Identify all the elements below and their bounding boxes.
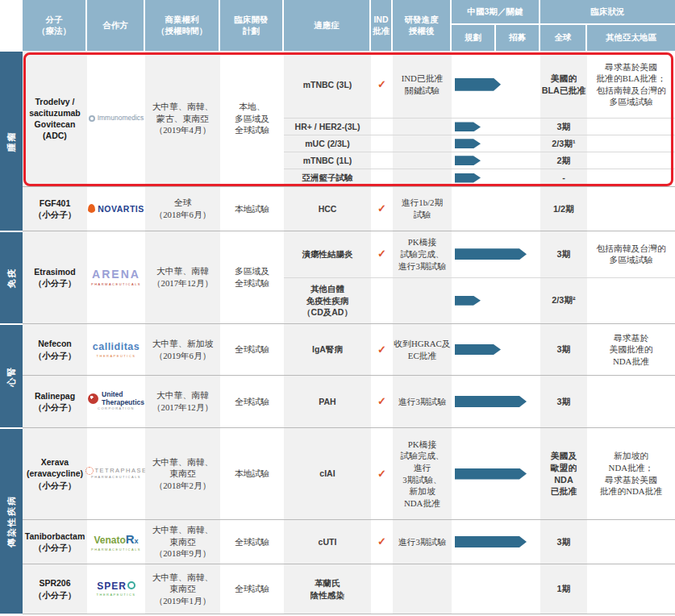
rights-cell: 大中華、南韓、 東南亞 （2018年2月） bbox=[145, 428, 220, 519]
check-icon: ✓ bbox=[377, 343, 386, 357]
drug-row: SPR206 （小分子）SPERTHERAPEUTICS大中華、南韓、 東南亞 … bbox=[23, 564, 675, 614]
plan-cell: 多區域及 全球試驗 bbox=[220, 231, 284, 323]
apac-cell bbox=[587, 169, 675, 186]
calliditas-logo: calliditasTHERAPEUTICS bbox=[93, 340, 140, 359]
indication-cell: mTNBC (3L) bbox=[284, 51, 371, 118]
header-subrow: 規劃招募 bbox=[452, 25, 540, 51]
category-label: 腫瘤 bbox=[6, 131, 18, 152]
table-body: 腫瘤Trodelvy / sacituzumab Govitecan (ADC)… bbox=[0, 51, 675, 614]
rights-cell: 大中華、南韓 （2017年12月） bbox=[145, 231, 220, 323]
apac-cell: 尋求基於 美國批准的 NDA批准 bbox=[587, 324, 675, 375]
global-cell: 美國及 歐盟的 NDA 已批准 bbox=[540, 428, 587, 519]
rights-cell: 大中華、南韓、 東南亞 （2018年9月） bbox=[145, 520, 220, 564]
plan-cell: 本地試驗 bbox=[220, 187, 284, 231]
partner-cell: NOVARTIS bbox=[87, 187, 145, 231]
molecule-cell: Nefecon （小分子） bbox=[23, 324, 87, 375]
arrow-cell bbox=[452, 51, 540, 118]
progress-arrow bbox=[455, 156, 481, 165]
partner-cell: SPERTHERAPEUTICS bbox=[87, 564, 145, 614]
subrow: 革蘭氏 陰性感染1期 bbox=[284, 564, 675, 614]
header-group-label: 中國3期／關鍵 bbox=[452, 0, 540, 25]
global-cell: - bbox=[540, 169, 587, 186]
apac-cell bbox=[587, 278, 675, 324]
category-section: 心腎Nefecon （小分子）calliditasTHERAPEUTICS大中華… bbox=[0, 324, 675, 428]
arena-logo: ARENAPHARMACEUTICALS bbox=[91, 267, 141, 287]
rights-cell: 大中華、南韓 （2017年12月） bbox=[145, 376, 220, 427]
category-cell: 心腎 bbox=[0, 325, 23, 427]
indication-cell: 潰瘍性結腸炎 bbox=[284, 231, 371, 277]
header-cell: 分子 （療法） bbox=[23, 0, 87, 51]
header-group: 臨床狀況全球其他亞太地區 bbox=[540, 0, 675, 51]
plan-cell: 全球試驗 bbox=[220, 564, 284, 614]
indication-cell: HCC bbox=[284, 187, 371, 231]
drug-row: FGF401 （小分子）NOVARTIS全球 （2018年6月）本地試驗HCC✓… bbox=[23, 187, 675, 231]
arrow-cell bbox=[452, 564, 540, 614]
indication-cell: mTNBC (1L) bbox=[284, 152, 371, 169]
plan-cell: 全球試驗 bbox=[220, 520, 284, 564]
molecule-cell: Taniborbactam （小分子） bbox=[23, 520, 87, 564]
table-header: 分子 （療法）合作方商業權利 （授權時間）臨床開發 計劃適應症IND 批准研發進… bbox=[0, 0, 675, 51]
subrow: HR+ / HER2-(3L)3期 bbox=[284, 118, 675, 135]
indication-cell: 其他自體 免疫性疾病 （CD及AD） bbox=[284, 278, 371, 324]
apac-cell: 包括南韓及台灣的 多區域試驗 bbox=[587, 231, 675, 277]
subrows: mTNBC (3L)✓IND已批准 關鍵試驗美國的 BLA已批准尋求基於美國 批… bbox=[284, 51, 675, 186]
indication-cell: cIAI bbox=[284, 428, 371, 519]
plan-cell: 本地試驗 bbox=[220, 428, 284, 519]
progress-arrow bbox=[455, 78, 501, 91]
subrow: IgA腎病✓收到HGRAC及 EC批准3期尋求基於 美國批准的 NDA批准 bbox=[284, 324, 675, 375]
category-section: 腫瘤Trodelvy / sacituzumab Govitecan (ADC)… bbox=[0, 51, 675, 231]
progress-arrow bbox=[455, 296, 481, 306]
global-cell: 美國的 BLA已批准 bbox=[540, 51, 587, 118]
pipeline-slide: 分子 （療法）合作方商業權利 （授權時間）臨床開發 計劃適應症IND 批准研發進… bbox=[0, 0, 675, 616]
molecule-cell: SPR206 （小分子） bbox=[23, 564, 87, 614]
partner-cell: VenatoRxPHARMACEUTICALS bbox=[87, 520, 145, 564]
subrow: 潰瘍性結腸炎✓PK橋接 試驗完成、 進行3期試驗3期包括南韓及台灣的 多區域試驗 bbox=[284, 231, 675, 277]
ind-approval-cell: ✓ bbox=[371, 187, 393, 231]
drug-row: Xerava (eravacycline) （小分子）TETRAPHASEPHA… bbox=[23, 428, 675, 520]
ind-approval-cell: ✓ bbox=[371, 428, 393, 519]
drug-row: Nefecon （小分子）calliditasTHERAPEUTICS大中華、新… bbox=[23, 324, 675, 376]
subrow: mTNBC (3L)✓IND已批准 關鍵試驗美國的 BLA已批准尋求基於美國 批… bbox=[284, 51, 675, 118]
subrows: PAH✓進行3期試驗3期 bbox=[284, 376, 675, 427]
category-cell: 腫瘤 bbox=[0, 52, 23, 231]
drug-row: Taniborbactam （小分子）VenatoRxPHARMACEUTICA… bbox=[23, 520, 675, 564]
header-subcell: 招募 bbox=[496, 25, 540, 51]
arrow-cell bbox=[452, 278, 540, 324]
arrow-cell bbox=[452, 135, 540, 152]
check-icon: ✓ bbox=[377, 202, 386, 216]
ind-approval-cell bbox=[371, 119, 393, 135]
header-cell: 合作方 bbox=[87, 0, 145, 51]
apac-cell bbox=[587, 152, 675, 169]
subrow: HCC✓進行1b/2期 試驗1/2期 bbox=[284, 187, 675, 231]
plan-cell: 全球試驗 bbox=[220, 376, 284, 427]
progress-arrow bbox=[455, 139, 481, 148]
apac-cell: 新加坡的 NDA批准； 尋求基於美國 批准的NDA批准 bbox=[587, 428, 675, 519]
indication-cell: PAH bbox=[284, 376, 371, 427]
rights-cell: 大中華、南韓、 蒙古、東南亞 （2019年4月） bbox=[145, 51, 220, 186]
header-cell: 臨床開發 計劃 bbox=[220, 0, 284, 51]
arrow-cell bbox=[452, 324, 540, 375]
global-cell: 3期 bbox=[540, 231, 587, 277]
category-section: 傳染性疾病Xerava (eravacycline) （小分子）TETRAPHA… bbox=[0, 428, 675, 614]
category-rows: Etrasimod （小分子）ARENAPHARMACEUTICALS大中華、南… bbox=[23, 231, 675, 324]
progress-arrow bbox=[455, 122, 481, 131]
subrow: mTNBC (1L)2期 bbox=[284, 152, 675, 169]
indication-cell: IgA腎病 bbox=[284, 324, 371, 375]
header-cell: 商業權利 （授權時間） bbox=[145, 0, 220, 51]
header-subcell: 全球 bbox=[540, 25, 587, 51]
subrow: cIAI✓PK橋接 試驗完成、 進行 3期試驗、 新加坡 NDA批准美國及 歐盟… bbox=[284, 428, 675, 519]
arrow-cell bbox=[452, 520, 540, 564]
progress-cell bbox=[393, 152, 452, 169]
united-logo: UnitedTherapeuticsCORPORATION bbox=[88, 391, 144, 411]
drug-row: Trodelvy / sacituzumab Govitecan (ADC)Im… bbox=[23, 51, 675, 187]
header-subcell: 規劃 bbox=[452, 25, 496, 51]
ind-approval-cell: ✓ bbox=[371, 520, 393, 564]
partner-cell: UnitedTherapeuticsCORPORATION bbox=[87, 376, 145, 427]
ind-approval-cell bbox=[371, 135, 393, 152]
partner-cell: calliditasTHERAPEUTICS bbox=[87, 324, 145, 375]
global-cell: 3期 bbox=[540, 324, 587, 375]
venatorx-logo: VenatoRxPHARMACEUTICALS bbox=[91, 531, 141, 553]
molecule-cell: FGF401 （小分子） bbox=[23, 187, 87, 231]
check-icon: ✓ bbox=[377, 247, 386, 261]
apac-cell bbox=[587, 564, 675, 614]
